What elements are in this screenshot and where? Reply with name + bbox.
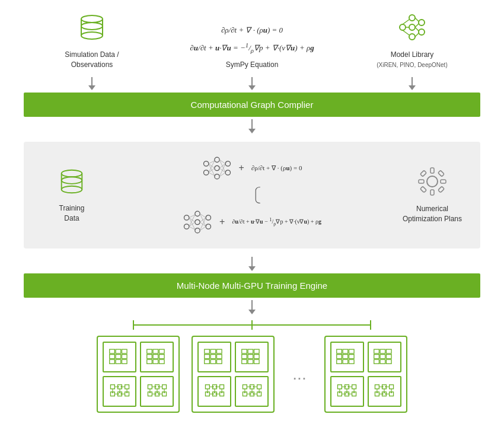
model-library-label: Model Library (XiREN, PINO, DeepONet) [377,50,447,70]
svg-rect-112 [148,384,152,388]
svg-marker-217 [347,385,349,387]
optimization-block: Numerical Optimization Plans [394,166,471,224]
svg-rect-132 [205,349,210,353]
gpu-node-bl-2 [197,376,231,407]
svg-rect-138 [205,359,210,364]
svg-rect-228 [375,384,379,388]
svg-marker-241 [385,393,387,394]
svg-marker-125 [158,393,160,394]
svg-rect-94 [125,384,129,388]
svg-point-7 [409,24,415,30]
gpu-node-tr-1 [140,342,174,372]
svg-line-34 [208,168,214,173]
svg-marker-119 [155,385,157,387]
svg-marker-179 [253,385,254,387]
svg-rect-197 [343,359,348,364]
svg-rect-202 [374,354,379,358]
svg-rect-65 [441,180,446,183]
svg-rect-137 [216,354,222,358]
gpu-cluster-3 [324,336,407,413]
svg-rect-199 [374,349,379,353]
gpu-node-bl-3 [330,376,364,407]
svg-rect-210 [352,384,356,388]
svg-rect-79 [122,354,127,358]
svg-point-25 [214,157,219,162]
svg-point-6 [409,15,415,21]
svg-rect-206 [380,359,385,364]
svg-rect-194 [343,354,348,358]
svg-point-27 [214,174,219,179]
svg-rect-92 [110,384,114,388]
svg-marker-181 [250,393,251,394]
svg-marker-157 [212,385,214,387]
svg-rect-114 [162,384,166,388]
middle-section: Training Data [24,142,480,248]
svg-marker-227 [353,391,355,393]
svg-marker-99 [117,385,119,387]
svg-rect-142 [248,349,253,353]
simulation-label: Simulation Data / Observations [65,50,119,70]
simulation-data-input: Simulation Data / Observations [33,12,151,70]
training-database-icon [57,167,87,199]
svg-point-61 [427,176,438,187]
model-library-input: Model Library (XiREN, PINO, DeepONet) [353,12,471,70]
equation-nn-1: ∂ρ/∂t + ∇ · (ρu) = 0 [251,164,302,172]
svg-point-18 [62,170,82,177]
svg-rect-69 [438,186,445,193]
svg-rect-83 [147,349,152,353]
middle-center-block: + ∂ρ/∂t + ∇ · (ρu) = 0 [110,151,394,239]
svg-point-42 [184,215,189,219]
gpu-node-tr-3 [368,342,401,372]
svg-rect-148 [248,359,253,364]
svg-point-8 [409,34,415,40]
equation-nn-2: ∂u/∂t + u·∇u − 1/ρ∇p + ∇·(ν∇u) + ρg [232,217,321,227]
svg-rect-195 [349,354,355,358]
svg-marker-161 [212,393,214,394]
svg-point-9 [419,20,425,26]
optimization-label: Numerical Optimization Plans [403,204,462,224]
svg-rect-81 [116,359,121,364]
svg-point-24 [203,170,208,174]
svg-line-32 [208,164,214,176]
svg-rect-62 [430,168,434,173]
svg-marker-123 [155,393,157,394]
gear-icon [417,166,448,199]
training-data-label: Training Data [59,203,85,224]
svg-rect-82 [122,359,127,364]
svg-rect-150 [205,384,209,388]
cluster-connector-line [74,319,430,331]
svg-marker-109 [119,391,120,393]
svg-rect-146 [254,354,259,358]
svg-marker-219 [345,393,347,394]
svg-marker-127 [149,391,151,393]
svg-rect-141 [242,349,247,353]
svg-point-26 [214,165,219,170]
svg-rect-149 [254,359,259,364]
svg-rect-74 [110,349,115,353]
gpu-cluster-1 [97,336,180,413]
top-arrows [24,77,480,90]
svg-line-53 [189,222,195,227]
svg-marker-101 [120,385,122,387]
svg-rect-136 [210,354,216,358]
svg-rect-75 [116,349,121,353]
svg-rect-66 [420,170,427,177]
svg-marker-243 [376,391,378,393]
cluster-dots: ... [292,365,306,384]
training-bar: Multi-Node Multi-GPU Training Engine [24,273,480,298]
svg-marker-131 [163,391,165,393]
svg-marker-245 [383,391,385,393]
svg-rect-63 [430,190,434,195]
svg-marker-169 [221,391,222,393]
svg-point-45 [195,219,200,224]
svg-rect-90 [153,359,158,364]
svg-rect-64 [419,180,424,183]
svg-point-44 [195,211,200,216]
svg-rect-192 [349,349,355,353]
neural-net-2-icon [183,209,212,235]
svg-point-10 [419,29,425,35]
svg-rect-144 [242,354,247,358]
svg-rect-87 [153,354,158,358]
svg-line-52 [189,215,195,227]
top-inputs-row: Simulation Data / Observations ∂ρ/∂t + ∇… [24,12,480,70]
